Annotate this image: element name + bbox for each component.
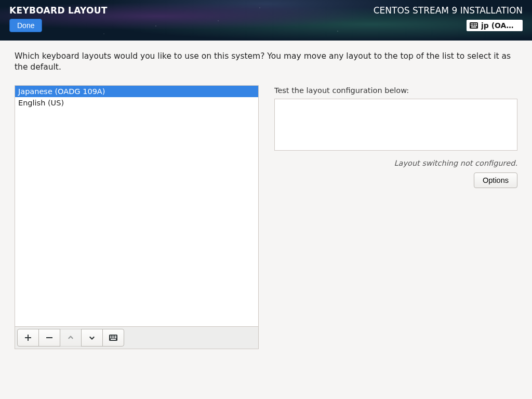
keyboard-icon — [470, 22, 478, 29]
svg-rect-5 — [471, 25, 472, 26]
plus-icon — [24, 334, 32, 341]
done-button[interactable]: Done — [9, 19, 42, 32]
svg-rect-18 — [113, 337, 114, 338]
add-layout-button[interactable] — [17, 329, 39, 347]
list-item[interactable]: Japanese (OADG 109A) — [15, 86, 258, 97]
svg-rect-20 — [111, 339, 116, 340]
minus-icon — [46, 334, 53, 341]
svg-rect-2 — [472, 23, 473, 24]
svg-rect-9 — [471, 26, 476, 28]
svg-rect-15 — [115, 336, 116, 337]
move-down-button[interactable] — [81, 329, 103, 347]
test-input[interactable] — [274, 99, 517, 151]
svg-rect-14 — [113, 336, 114, 337]
svg-rect-3 — [474, 23, 475, 24]
layout-panel: Japanese (OADG 109A)English (US) — [15, 85, 259, 349]
svg-rect-6 — [472, 25, 473, 26]
switching-status: Layout switching not configured. — [274, 159, 517, 167]
svg-rect-4 — [475, 23, 477, 24]
chevron-up-icon — [67, 334, 74, 341]
keyboard-indicator[interactable]: jp (OADG1… — [467, 20, 523, 31]
svg-rect-17 — [112, 337, 113, 338]
svg-rect-7 — [474, 25, 475, 26]
options-button[interactable]: Options — [474, 172, 517, 188]
svg-rect-12 — [110, 336, 111, 337]
svg-rect-19 — [115, 337, 116, 338]
move-up-button — [60, 329, 82, 347]
svg-rect-16 — [110, 337, 111, 338]
instruction-text: Which keyboard layouts would you like to… — [15, 51, 517, 73]
header-bar: KEYBOARD LAYOUT Done CENTOS STREAM 9 INS… — [0, 0, 532, 41]
layout-toolbar — [15, 326, 258, 349]
svg-rect-1 — [471, 23, 472, 24]
remove-layout-button[interactable] — [38, 329, 60, 347]
test-label: Test the layout configuration below: — [274, 86, 517, 95]
layout-list[interactable]: Japanese (OADG 109A)English (US) — [15, 86, 258, 326]
svg-rect-10 — [46, 337, 52, 338]
keyboard-indicator-label: jp (OADG1… — [481, 21, 518, 30]
preview-layout-button[interactable] — [102, 329, 124, 347]
svg-rect-13 — [112, 336, 113, 337]
list-item[interactable]: English (US) — [15, 97, 258, 109]
installer-title: CENTOS STREAM 9 INSTALLATION — [374, 5, 523, 16]
page-title: KEYBOARD LAYOUT — [9, 5, 108, 16]
chevron-down-icon — [88, 334, 96, 341]
keyboard-icon — [109, 335, 117, 341]
svg-rect-8 — [475, 25, 477, 26]
